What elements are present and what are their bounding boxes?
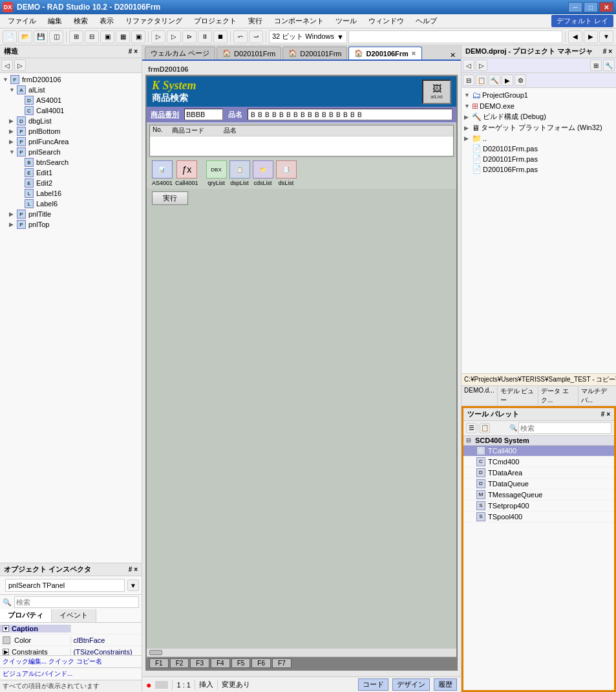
tree-pnltop[interactable]: ▶ P pnlTop bbox=[1, 219, 140, 230]
scroll-bar[interactable] bbox=[147, 649, 456, 656]
struct-btn2[interactable]: ▷ bbox=[14, 59, 26, 71]
tb-btn10[interactable]: ⏸ bbox=[198, 30, 212, 43]
menu-refactor[interactable]: リファクタリング bbox=[120, 15, 187, 27]
menu-window[interactable]: ウィンドウ bbox=[363, 15, 409, 27]
tree-allist[interactable]: ▼ A alList bbox=[1, 85, 140, 95]
icon-call4001[interactable]: ƒx Call4001 bbox=[175, 160, 198, 186]
menu-component[interactable]: コンポーネント bbox=[269, 15, 329, 27]
tool-item-tmessagequeue[interactable]: M TMessageQueue bbox=[463, 490, 614, 501]
proj-btn9[interactable]: ⚙ bbox=[515, 74, 526, 86]
obj-selector[interactable]: pnlSearch TPanel bbox=[5, 579, 125, 592]
run-button[interactable]: 実行 bbox=[152, 191, 188, 205]
fkey-f6[interactable]: F6 bbox=[251, 658, 271, 668]
fkey-f5[interactable]: F5 bbox=[231, 658, 251, 668]
fkey-f4[interactable]: F4 bbox=[211, 658, 230, 668]
proj-tab-model[interactable]: モデル ビュー bbox=[498, 386, 538, 405]
tb-btn7[interactable]: ▷ bbox=[151, 30, 165, 43]
search-input2[interactable] bbox=[248, 109, 452, 120]
minimize-button[interactable]: ─ bbox=[568, 2, 582, 12]
code-btn[interactable]: コード bbox=[358, 678, 388, 691]
tab-d200101[interactable]: 🏠 D200101Frm bbox=[282, 47, 347, 59]
menu-file[interactable]: ファイル bbox=[3, 15, 41, 27]
platform-dropdown[interactable]: 32 ビット Windows ▼ bbox=[269, 30, 347, 43]
tree-call4001[interactable]: C Call4001 bbox=[1, 105, 140, 116]
new-button[interactable]: 📄 bbox=[3, 30, 17, 43]
proj-btn4[interactable]: 🔧 bbox=[603, 59, 615, 71]
tab-welcome[interactable]: ウェルカム ページ bbox=[145, 47, 215, 59]
maximize-button[interactable]: □ bbox=[584, 2, 598, 12]
tree-root[interactable]: ▼ F frmD200106 bbox=[1, 74, 140, 85]
tool-item-tcmd400[interactable]: C TCmd400 bbox=[463, 457, 614, 468]
tool-item-tsetprop400[interactable]: S TSetprop400 bbox=[463, 501, 614, 512]
proj-item-build[interactable]: ▶ 🔨 ビルド構成 (Debug) bbox=[463, 111, 615, 122]
proj-item-d020101[interactable]: 📄 D020101Frm.pas bbox=[463, 144, 615, 154]
icon-as4001[interactable]: 📊 AS4001 bbox=[152, 160, 173, 186]
design-btn[interactable]: デザイン bbox=[392, 678, 430, 691]
tree-label6[interactable]: L Label6 bbox=[1, 199, 140, 209]
obj-dropdown-btn[interactable]: ▼ bbox=[127, 579, 139, 591]
proj-item-group[interactable]: ▼ 🗂 ProjectGroup1 bbox=[463, 89, 615, 101]
tab-properties[interactable]: プロパティ bbox=[0, 609, 52, 622]
tool-item-tdataqueue[interactable]: D TDataQueue bbox=[463, 479, 614, 490]
menu-help[interactable]: ヘルプ bbox=[410, 15, 442, 27]
proj-tab-demo[interactable]: DEMO.d... bbox=[462, 386, 498, 405]
proj-btn1[interactable]: ◁ bbox=[463, 59, 474, 71]
structure-pin[interactable]: # × bbox=[129, 48, 138, 55]
tb-btn12[interactable]: ⤺ bbox=[233, 30, 248, 43]
tree-dbglist[interactable]: ▶ D dbgList bbox=[1, 116, 140, 126]
proj-tab-multi[interactable]: マルチデバ... bbox=[579, 386, 616, 405]
tb-btn11[interactable]: ⏹ bbox=[213, 30, 228, 43]
tb-btn2[interactable]: ⊞ bbox=[69, 30, 83, 43]
record-btn[interactable]: ● bbox=[146, 680, 151, 690]
property-search[interactable] bbox=[14, 596, 139, 608]
theme-button[interactable]: デフォルト レイ bbox=[551, 15, 613, 27]
tool-cat-scd400system[interactable]: ⊟ SCD400 System bbox=[463, 436, 614, 446]
icon-qrylist[interactable]: DBX qryList bbox=[206, 160, 227, 186]
proj-item-target[interactable]: ▶ 🖥 ターゲット プラットフォーム (Win32) bbox=[463, 122, 615, 133]
proj-btn2[interactable]: ▷ bbox=[476, 59, 487, 71]
proj-item-d200101[interactable]: 📄 D200101Frm.pas bbox=[463, 154, 615, 164]
quick-edit-link[interactable]: クイック編集... クイック コピー名 bbox=[0, 655, 142, 667]
palette-btn2[interactable]: 📋 bbox=[480, 423, 490, 433]
tree-pnlsearch[interactable]: ▼ P pnlSearch bbox=[1, 147, 140, 157]
tool-item-tspool400[interactable]: S TSpool400 bbox=[463, 512, 614, 523]
tab-close[interactable]: ✕ bbox=[411, 50, 416, 57]
tb-btn6[interactable]: ▣ bbox=[131, 30, 145, 43]
expand-caption[interactable]: ▼ bbox=[3, 625, 9, 632]
tree-as4001[interactable]: D AS4001 bbox=[1, 95, 140, 105]
fkey-f7[interactable]: F7 bbox=[272, 658, 292, 668]
tool-item-tcall400[interactable]: C TCall400 bbox=[463, 446, 614, 457]
tb-btn9[interactable]: ⊳ bbox=[182, 30, 196, 43]
menu-edit[interactable]: 編集 bbox=[43, 15, 67, 27]
menu-project[interactable]: プロジェクト bbox=[189, 15, 242, 27]
proj-btn8[interactable]: ▶ bbox=[502, 74, 513, 86]
proj-item-demo[interactable]: ▼ ⊞ DEMO.exe bbox=[463, 101, 615, 111]
tab-d200106[interactable]: 🏠 D200106Frm ✕ bbox=[348, 47, 421, 59]
proj-tab-data[interactable]: データ エク... bbox=[538, 386, 579, 405]
tb-btn8[interactable]: ▷ bbox=[167, 30, 181, 43]
palette-btn1[interactable]: ☰ bbox=[466, 423, 476, 433]
form-body[interactable]: K System 商品検索 🖼 alList 商品番別 品名 bbox=[145, 75, 458, 671]
fkey-f1[interactable]: F1 bbox=[149, 658, 169, 668]
tb-btn13[interactable]: ⤻ bbox=[249, 30, 263, 43]
tab-area-close[interactable]: ✕ bbox=[450, 51, 456, 59]
tb-btn4[interactable]: ▣ bbox=[100, 30, 114, 43]
icon-cdslist[interactable]: 📁 cdsList bbox=[253, 160, 273, 186]
menu-run[interactable]: 実行 bbox=[243, 15, 268, 27]
struct-btn1[interactable]: ◁ bbox=[1, 59, 13, 71]
menu-view[interactable]: 表示 bbox=[94, 15, 119, 27]
save-button[interactable]: 💾 bbox=[34, 30, 48, 43]
proj-btn7[interactable]: 🔨 bbox=[489, 74, 500, 86]
tool-item-tdataarea[interactable]: D TDataArea bbox=[463, 468, 614, 479]
tb-btn3[interactable]: ⊟ bbox=[85, 30, 99, 43]
platform-config[interactable] bbox=[348, 30, 562, 43]
tree-label16[interactable]: L Label16 bbox=[1, 188, 140, 199]
fkey-f3[interactable]: F3 bbox=[190, 658, 209, 668]
menu-search[interactable]: 検索 bbox=[69, 15, 93, 27]
tree-edit2[interactable]: E Edit2 bbox=[1, 178, 140, 188]
icon-dsplist[interactable]: 📋 dspList bbox=[229, 160, 250, 186]
history-btn[interactable]: 履歴 bbox=[434, 678, 457, 691]
search-input1[interactable] bbox=[184, 109, 223, 120]
proj-btn6[interactable]: 📋 bbox=[476, 74, 487, 86]
nav-forward[interactable]: ▶ bbox=[584, 30, 598, 43]
